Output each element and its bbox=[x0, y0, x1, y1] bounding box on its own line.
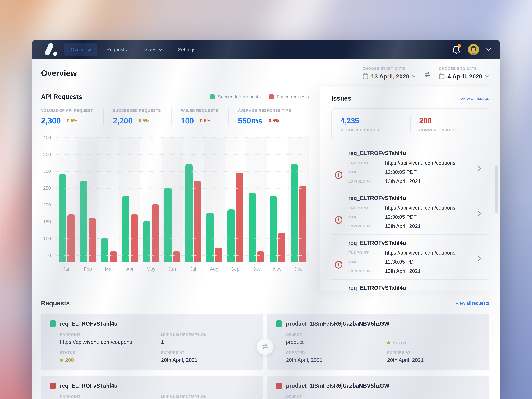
issues-scrollbar-thumb[interactable] bbox=[494, 165, 498, 213]
field-object: OBJECT product bbox=[286, 395, 387, 399]
nav-item-label: Settings bbox=[178, 47, 196, 52]
current-count-label: CURRENT ISSUES bbox=[419, 128, 481, 133]
account-chevron-down-icon[interactable] bbox=[486, 48, 491, 51]
bar-succeeded[interactable] bbox=[185, 164, 193, 262]
issue-field-label: ENDPOINT bbox=[348, 251, 380, 255]
issues-counts-card: 4,235 RESOLVED ISSUES 200 CURRENT ISSUES bbox=[331, 108, 489, 140]
field-created: CREATED 20th April, 2021 bbox=[286, 351, 387, 363]
gridline bbox=[56, 171, 309, 172]
gridline bbox=[56, 205, 309, 205]
nav-item-label: Issues bbox=[142, 47, 156, 52]
bar-failed[interactable] bbox=[173, 252, 180, 262]
month-label: Jul bbox=[183, 266, 204, 272]
month-column bbox=[267, 137, 288, 262]
request-card[interactable]: req_ELTROFvSTahl4u ENDPOINT https://api.… bbox=[41, 314, 263, 370]
field-object: OBJECT product bbox=[286, 333, 387, 345]
end-date-value: 4 April, 2020 bbox=[448, 73, 482, 80]
month-label: May bbox=[140, 266, 162, 272]
issue-list-item[interactable]: req_ELTROFvSTahl4u bbox=[331, 279, 489, 291]
bar-succeeded[interactable] bbox=[164, 188, 171, 262]
logo-bar-shape bbox=[44, 42, 54, 56]
stat-value: 100 bbox=[181, 116, 194, 125]
page-title: Overview bbox=[41, 69, 77, 78]
bar-succeeded[interactable] bbox=[228, 209, 235, 262]
y-tick-label: 250 bbox=[43, 185, 51, 191]
stat-succeeded: SUCCEEDED REQUESTS 2,200 ↑0.5% bbox=[103, 108, 171, 125]
bar-failed[interactable] bbox=[278, 233, 285, 262]
bar-failed[interactable] bbox=[152, 204, 159, 262]
product-card[interactable]: product_1ISmFeIsR6jUazbaNBV5hzGW OBJECT … bbox=[267, 376, 489, 399]
field-endpoint: ENDPOINT https://api.vivenu.com/coupons bbox=[60, 395, 161, 399]
bar-succeeded[interactable] bbox=[59, 174, 66, 262]
notifications-button[interactable] bbox=[452, 45, 461, 54]
month-label: Dec bbox=[288, 266, 309, 272]
nav-item-requests[interactable]: Requests bbox=[100, 43, 133, 56]
nav-item-settings[interactable]: Settings bbox=[172, 43, 202, 56]
nav-item-label: Requests bbox=[106, 47, 127, 52]
stat-delta: ↑0.5% bbox=[197, 118, 211, 123]
main-content: API Requests Succeeded requests Failed r… bbox=[32, 87, 500, 291]
start-date-group: CHOOSE START DATE 13 April, 2020 bbox=[363, 66, 416, 80]
request-status-square-icon bbox=[276, 382, 282, 389]
chart-legend: Succeeded requests Failed requests bbox=[210, 94, 309, 100]
app-window: Overview Requests Issues Settings bbox=[32, 40, 500, 399]
bar-succeeded[interactable] bbox=[101, 238, 108, 262]
bar-succeeded[interactable] bbox=[270, 196, 277, 262]
page-header: Overview CHOOSE START DATE 13 April, 202… bbox=[32, 59, 500, 87]
month-column bbox=[204, 137, 225, 262]
nav-item-issues[interactable]: Issues bbox=[136, 43, 169, 56]
requests-grid: req_ELTROFvSTahl4u ENDPOINT https://api.… bbox=[41, 314, 489, 399]
bar-failed[interactable] bbox=[257, 252, 264, 262]
brand-logo[interactable] bbox=[41, 42, 57, 57]
bar-failed[interactable] bbox=[299, 186, 306, 262]
swap-dates-button[interactable] bbox=[424, 71, 431, 78]
bar-succeeded[interactable] bbox=[206, 213, 214, 262]
bar-succeeded[interactable] bbox=[248, 193, 256, 262]
bar-succeeded[interactable] bbox=[291, 164, 298, 262]
stat-label: AVERAGE RESPONSE TIME bbox=[238, 108, 291, 113]
stat-response-time: AVERAGE RESPONSE TIME 550ms ↑0.5% bbox=[228, 108, 302, 125]
bar-failed[interactable] bbox=[236, 173, 243, 262]
issue-list-item[interactable]: i req_ELTROFvSTahl4u ENDPOINThttps://api… bbox=[331, 190, 489, 234]
bar-succeeded[interactable] bbox=[122, 196, 129, 262]
issue-field-label: EXPIRES AT bbox=[348, 179, 380, 184]
issue-time-value: 12:30:05 PDT bbox=[385, 169, 480, 175]
month-label: Nov bbox=[267, 266, 288, 272]
y-tick-label: 0 bbox=[48, 253, 51, 258]
swap-request-button[interactable] bbox=[257, 338, 273, 355]
bar-failed[interactable] bbox=[110, 252, 117, 262]
view-all-requests-link[interactable]: View all requests bbox=[456, 301, 489, 306]
chevron-right-icon[interactable] bbox=[478, 255, 481, 261]
field-expires-at: EXPIRES AT 20th April, 2021 bbox=[387, 351, 481, 363]
month-column bbox=[288, 137, 309, 262]
issue-list-item[interactable]: i req_ELTROFvSTahl4u ENDPOINThttps://api… bbox=[331, 145, 489, 190]
status-dot bbox=[60, 359, 63, 362]
month-labels: JanFebMarAprMayJunJulAugSepOctNovDec bbox=[56, 266, 309, 272]
month-column bbox=[98, 137, 120, 262]
legend-item-failed: Failed requests bbox=[269, 94, 309, 100]
month-column bbox=[225, 137, 246, 262]
user-avatar[interactable] bbox=[468, 44, 479, 55]
request-card[interactable]: req_ELTROFvSTahl4u ENDPOINT https://api.… bbox=[41, 376, 263, 399]
bar-succeeded[interactable] bbox=[143, 221, 151, 262]
nav-item-overview[interactable]: Overview bbox=[64, 43, 97, 56]
chevron-down-icon bbox=[412, 75, 416, 78]
product-card[interactable]: product_1ISmFeIsR6jUazbaNBV5hzGW OBJECT … bbox=[267, 314, 489, 370]
chevron-right-icon[interactable] bbox=[478, 210, 481, 216]
month-column bbox=[246, 137, 267, 262]
stat-value: 550ms bbox=[238, 116, 263, 125]
request-status-square-icon bbox=[50, 382, 56, 389]
start-date-select[interactable]: 13 April, 2020 bbox=[363, 73, 416, 80]
month-label: Jan bbox=[56, 266, 77, 272]
request-title: product_1ISmFeIsR6jUazbaNBV5hzGW bbox=[286, 383, 389, 389]
chevron-right-icon[interactable] bbox=[478, 165, 481, 172]
field-active: ACTIVE bbox=[387, 333, 481, 345]
y-tick-label: 100 bbox=[43, 236, 51, 241]
stat-delta: ↑0.5% bbox=[266, 118, 279, 123]
end-date-select[interactable]: 4 April, 2020 bbox=[439, 73, 489, 80]
plot-columns bbox=[56, 137, 309, 262]
bar-failed[interactable] bbox=[215, 248, 222, 262]
view-all-issues-link[interactable]: View all issues bbox=[460, 96, 489, 101]
issue-list-item[interactable]: i req_ELTROFvSTahl4u ENDPOINThttps://api… bbox=[331, 234, 489, 279]
api-requests-section: API Requests Succeeded requests Failed r… bbox=[32, 87, 320, 291]
